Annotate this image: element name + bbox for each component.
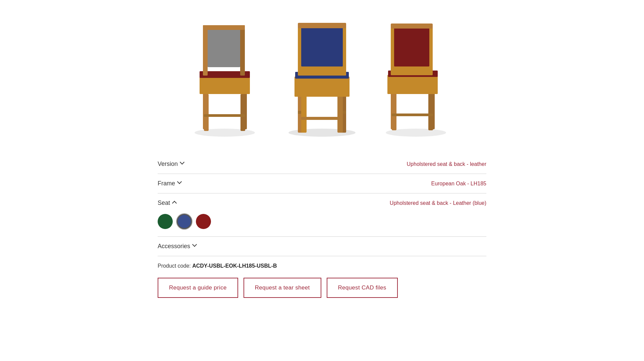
accessories-row[interactable]: Accessories xyxy=(158,237,486,256)
accessories-chevron-down-icon xyxy=(193,244,198,249)
request-cad-files-button[interactable]: Request CAD files xyxy=(327,278,398,298)
version-value: Upholstered seat & back - leather xyxy=(407,161,486,167)
page-container: Version Upholstered seat & back - leathe… xyxy=(0,0,644,361)
svg-rect-11 xyxy=(203,25,208,76)
seat-header[interactable]: Seat Upholstered seat & back - Leather (… xyxy=(158,193,486,211)
svg-point-0 xyxy=(195,129,255,137)
chairs-scene xyxy=(171,10,473,138)
svg-rect-26 xyxy=(298,23,346,28)
color-swatches xyxy=(158,211,486,236)
product-code-row: Product code: ACDY-USBL-EOK-LH185-USBL-B xyxy=(158,256,486,275)
swatch-red[interactable] xyxy=(196,214,211,229)
svg-rect-8 xyxy=(200,76,250,94)
version-label-text: Version xyxy=(158,161,178,168)
product-code-prefix: Product code: xyxy=(158,263,191,269)
frame-label-text: Frame xyxy=(158,180,175,187)
seat-label[interactable]: Seat xyxy=(158,199,177,207)
seat-value: Upholstered seat & back - Leather (blue) xyxy=(390,200,486,206)
request-tear-sheet-button[interactable]: Request a tear sheet xyxy=(244,278,321,298)
svg-rect-19 xyxy=(301,117,343,120)
svg-rect-30 xyxy=(428,93,433,130)
product-code-value: ACDY-USBL-EOK-LH185-USBL-B xyxy=(192,263,277,269)
version-label[interactable]: Version xyxy=(158,161,185,168)
svg-rect-22 xyxy=(294,77,350,97)
svg-rect-13 xyxy=(208,29,240,67)
svg-rect-31 xyxy=(392,114,433,116)
frame-label[interactable]: Frame xyxy=(158,180,182,187)
swatch-green[interactable] xyxy=(158,214,173,229)
seat-label-text: Seat xyxy=(158,199,170,207)
svg-rect-21 xyxy=(343,111,346,114)
svg-rect-14 xyxy=(203,25,245,30)
svg-rect-17 xyxy=(301,96,307,133)
accessories-label-text: Accessories xyxy=(158,243,190,250)
svg-rect-35 xyxy=(394,27,429,66)
version-chevron-down-icon xyxy=(180,162,185,167)
frame-row[interactable]: Frame European Oak - LH185 xyxy=(158,174,486,193)
accessories-label[interactable]: Accessories xyxy=(158,243,198,250)
config-panel: Version Upholstered seat & back - leathe… xyxy=(158,154,486,301)
product-image-area xyxy=(0,3,644,144)
action-buttons: Request a guide price Request a tear she… xyxy=(158,275,486,301)
svg-rect-18 xyxy=(337,96,343,133)
chairs-illustration xyxy=(171,10,473,138)
request-guide-price-button[interactable]: Request a guide price xyxy=(158,278,238,298)
svg-rect-29 xyxy=(392,93,396,130)
svg-rect-7 xyxy=(204,114,245,117)
swatch-blue[interactable] xyxy=(177,214,192,229)
svg-rect-20 xyxy=(298,111,301,114)
version-row[interactable]: Version Upholstered seat & back - leathe… xyxy=(158,154,486,174)
svg-rect-25 xyxy=(301,26,343,66)
svg-rect-6 xyxy=(240,94,245,131)
svg-rect-32 xyxy=(387,75,438,94)
seat-section: Seat Upholstered seat & back - Leather (… xyxy=(158,193,486,237)
svg-rect-12 xyxy=(240,25,245,76)
svg-rect-36 xyxy=(391,24,433,29)
frame-value: European Oak - LH185 xyxy=(431,181,486,187)
seat-chevron-up-icon xyxy=(173,201,177,206)
svg-rect-5 xyxy=(204,94,209,131)
frame-chevron-down-icon xyxy=(178,181,182,186)
